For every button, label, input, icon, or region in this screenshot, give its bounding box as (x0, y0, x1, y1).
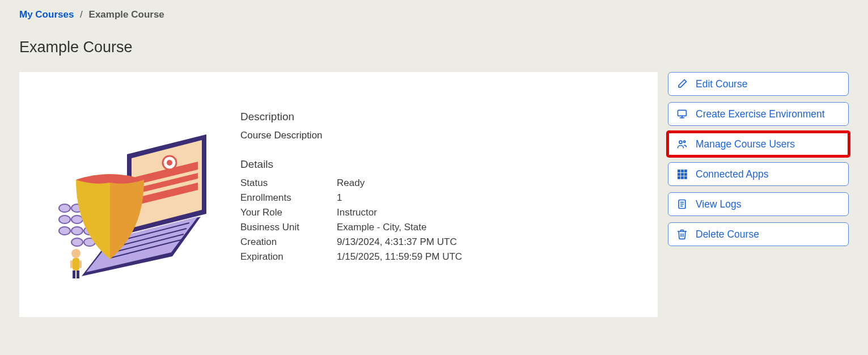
action-label: Create Exercise Environment (696, 108, 825, 120)
details-heading: Details (240, 158, 641, 171)
svg-point-3 (71, 215, 83, 223)
delete-course-button[interactable]: Delete Course (668, 222, 849, 246)
svg-point-33 (684, 141, 685, 142)
svg-point-32 (679, 141, 682, 143)
create-environment-button[interactable]: Create Exercise Environment (668, 102, 849, 126)
detail-label: Expiration (240, 251, 337, 263)
svg-point-23 (71, 249, 81, 258)
course-card: Description Course Description Details S… (19, 72, 658, 317)
detail-label: Business Unit (240, 222, 337, 233)
svg-rect-37 (678, 173, 680, 175)
svg-rect-39 (684, 173, 687, 175)
view-logs-button[interactable]: View Logs (668, 192, 849, 216)
detail-value: 9/13/2024, 4:31:37 PM UTC (337, 236, 641, 248)
svg-point-6 (71, 227, 83, 235)
course-info: Description Course Description Details S… (240, 106, 641, 263)
action-label: Edit Course (696, 78, 747, 90)
detail-label: Creation (240, 236, 337, 248)
breadcrumb-separator: / (80, 9, 83, 20)
document-icon (676, 198, 688, 210)
detail-label: Status (240, 178, 337, 189)
svg-point-22 (167, 160, 172, 166)
trash-icon (676, 229, 688, 240)
monitor-icon (676, 108, 688, 120)
svg-point-0 (59, 204, 70, 212)
detail-value: 1 (337, 192, 641, 204)
detail-label: Enrollments (240, 192, 337, 204)
connected-apps-button[interactable]: Connected Apps (668, 162, 849, 186)
detail-value: Instructor (337, 207, 641, 218)
course-illustration (42, 100, 212, 282)
manage-course-users-button[interactable]: Manage Course Users (668, 132, 849, 156)
pencil-icon (676, 78, 688, 90)
content-row: Description Course Description Details S… (19, 72, 849, 317)
svg-point-5 (59, 227, 70, 235)
action-label: Manage Course Users (696, 138, 795, 150)
details-grid: Status Ready Enrollments 1 Your Role Ins… (240, 178, 641, 263)
users-icon (676, 138, 688, 150)
svg-rect-42 (684, 176, 687, 179)
action-panel: Edit Course Create Exercise Environment … (668, 72, 849, 246)
description-heading: Description (240, 111, 641, 123)
svg-rect-29 (678, 110, 687, 116)
detail-value: Ready (337, 178, 641, 189)
action-label: Connected Apps (696, 168, 768, 180)
svg-rect-25 (73, 271, 75, 278)
page-title: Example Course (19, 39, 849, 56)
breadcrumb-current: Example Course (89, 9, 164, 20)
detail-value: Example - City, State (337, 222, 641, 233)
svg-rect-26 (77, 271, 79, 278)
description-text: Course Description (240, 130, 641, 141)
svg-rect-36 (684, 170, 687, 172)
svg-point-2 (59, 215, 70, 223)
svg-rect-41 (681, 176, 683, 179)
detail-value: 1/15/2025, 11:59:59 PM UTC (337, 251, 641, 263)
svg-rect-40 (678, 176, 680, 179)
svg-rect-24 (73, 258, 79, 271)
action-label: Delete Course (696, 229, 759, 240)
svg-rect-34 (678, 170, 680, 172)
svg-rect-28 (79, 260, 82, 268)
grid-icon (676, 168, 688, 180)
action-label: View Logs (696, 198, 741, 210)
detail-label: Your Role (240, 207, 337, 218)
breadcrumb: My Courses / Example Course (19, 9, 849, 20)
svg-rect-38 (681, 173, 683, 175)
edit-course-button[interactable]: Edit Course (668, 72, 849, 96)
svg-point-8 (71, 238, 83, 246)
svg-rect-35 (681, 170, 683, 172)
svg-rect-27 (70, 260, 73, 268)
breadcrumb-root-link[interactable]: My Courses (19, 9, 74, 20)
